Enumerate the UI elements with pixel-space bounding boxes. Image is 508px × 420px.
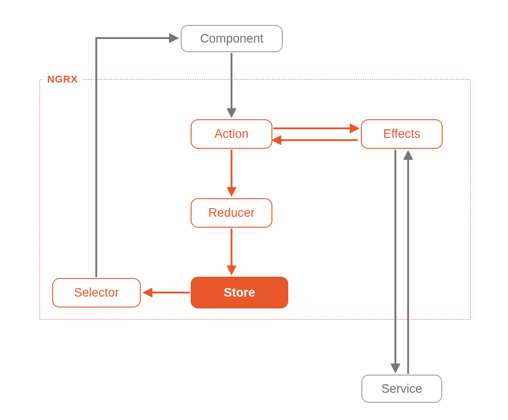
node-reducer: Reducer [191,198,272,228]
node-service: Service [361,375,442,403]
node-component: Component [181,25,283,52]
node-label: Action [214,127,248,141]
node-label: Store [224,286,255,300]
node-label: Component [200,32,264,46]
ngrx-flow-diagram: NGRX Component Action Effects Reducer St… [0,0,508,420]
node-label: Selector [74,286,119,300]
node-label: Effects [383,127,420,141]
node-label: Reducer [208,206,255,220]
node-store: Store [191,277,288,308]
node-selector: Selector [52,278,141,308]
node-action: Action [191,119,272,149]
node-label: Service [381,382,422,396]
node-effects: Effects [361,119,443,149]
ngrx-group-label: NGRX [42,73,84,86]
